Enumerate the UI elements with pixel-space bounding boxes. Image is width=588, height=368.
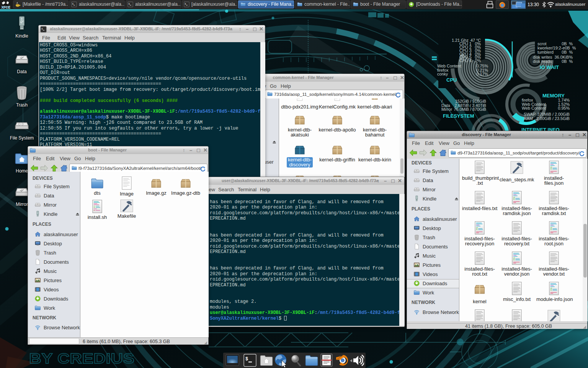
svg-text:BY CREDIUS: BY CREDIUS [29, 350, 134, 366]
svg-text:XFCE: XFCE [2, 5, 10, 9]
svg-text:$: $ [245, 356, 248, 362]
